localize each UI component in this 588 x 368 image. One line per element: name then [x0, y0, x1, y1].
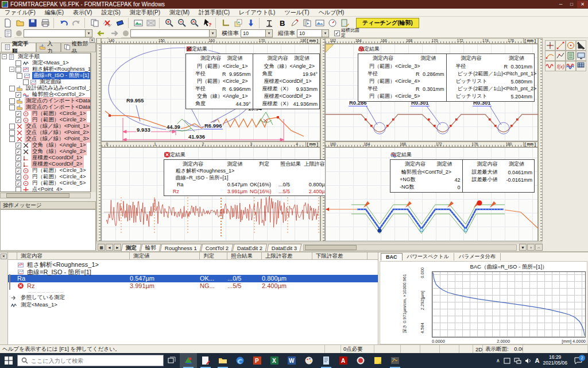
layout-icon[interactable]	[232, 17, 245, 28]
curve-tool[interactable]	[545, 51, 555, 61]
menu-item-6[interactable]: 計算手順(C)	[194, 9, 234, 16]
table-header-5[interactable]: 下限許容差	[312, 252, 368, 259]
horizontal-scrollbar[interactable]	[303, 244, 517, 251]
taskbar-app-formtracepak[interactable]	[180, 353, 197, 368]
minimize-button[interactable]: ─	[555, 1, 566, 8]
forward-arrow-icon[interactable]	[109, 28, 121, 39]
tree-checkbox[interactable]: ✓	[16, 174, 21, 180]
row-checkbox[interactable]	[8, 275, 17, 282]
table-header-3[interactable]: 照合結果	[227, 252, 262, 259]
new-file-icon[interactable]	[1, 17, 14, 28]
menu-item-0[interactable]: ファイル(F)	[0, 9, 40, 16]
taskbar-app-excel[interactable]: X	[266, 353, 283, 368]
undo-icon[interactable]	[57, 17, 70, 28]
panel-close-icon[interactable]: ✕	[90, 38, 95, 43]
tree-checkbox[interactable]	[17, 73, 22, 79]
tree-checkbox[interactable]: ✓	[16, 181, 21, 186]
table-header-4[interactable]: 上限許容差	[262, 252, 312, 259]
action-center-icon[interactable]: 2	[571, 353, 586, 368]
eraser-icon[interactable]	[114, 17, 126, 28]
doc-tab-1[interactable]: 輪郭	[141, 244, 161, 251]
tree-item-21[interactable]: 点<Point_4>	[1, 186, 90, 192]
tree-checkbox[interactable]	[9, 105, 15, 110]
doc-tab-3[interactable]: ContTol 2	[201, 244, 234, 251]
zoom-in-icon[interactable]	[163, 17, 176, 28]
taskbar-search[interactable]	[17, 355, 164, 366]
ime-indicator[interactable]: A	[535, 357, 540, 364]
arrange-down-icon[interactable]	[245, 17, 257, 28]
taskbar-app-folder[interactable]	[214, 353, 231, 368]
menu-item-1[interactable]: 編集(E)	[40, 9, 68, 16]
bac-tab-1[interactable]: パワースペクトル	[403, 253, 454, 260]
panel-tab-2[interactable]: 複数部品	[61, 43, 96, 52]
aspect-lock-checkbox[interactable]: ✓ 縦横比固定	[334, 28, 361, 38]
wave-tool[interactable]	[545, 61, 555, 71]
save-icon[interactable]	[26, 17, 39, 28]
menu-item-8[interactable]: ツール(T)	[280, 9, 314, 16]
circle-tool[interactable]	[566, 40, 576, 51]
zoom-angle-icon[interactable]	[188, 17, 201, 28]
bold-icon[interactable]: B	[276, 17, 288, 28]
tree-expand-icon[interactable]: −	[2, 54, 7, 59]
tab-scroll-left[interactable]: ◄	[106, 244, 113, 251]
procedure-combobox[interactable]: ▼	[24, 29, 92, 37]
tray-volume-icon[interactable]	[525, 358, 532, 364]
table-header-1[interactable]: 測定値	[130, 252, 200, 259]
tray-tablet-icon[interactable]	[504, 358, 510, 364]
axis-tool[interactable]	[576, 40, 586, 51]
tree-horizontal-scrollbar[interactable]	[0, 193, 91, 198]
tree-checkbox[interactable]	[9, 130, 15, 136]
tree-checkbox[interactable]	[16, 67, 21, 72]
menu-item-3[interactable]: 設定(S)	[96, 9, 125, 16]
back-arrow-icon[interactable]	[94, 28, 107, 39]
doc-tab-4[interactable]: DataEdit 2	[233, 244, 268, 251]
tree-checkbox[interactable]	[16, 60, 21, 66]
zoom-minus-icon[interactable]: ▼	[519, 244, 527, 251]
taskbar-app-cad[interactable]	[386, 353, 404, 368]
image-icon[interactable]	[132, 17, 145, 28]
copy-icon[interactable]	[88, 17, 101, 28]
tree-checkbox[interactable]: ✓	[16, 155, 21, 161]
doc-tab-0[interactable]: 測定	[121, 244, 142, 251]
profile-tool[interactable]	[566, 61, 576, 71]
tree-checkbox[interactable]: ✓	[16, 111, 21, 117]
bac-chart-area[interactable]: BAC（曲線=R_ISO - 箇所=[1]） 深さ 0.971µm/cm, ×1…	[380, 261, 587, 344]
polyline-tool[interactable]	[555, 51, 566, 61]
menu-item-2[interactable]: 表示(V)	[68, 9, 96, 16]
tree-checkbox[interactable]	[9, 124, 15, 129]
tree-checkbox[interactable]: ✓	[16, 117, 21, 123]
sheet-list-icon[interactable]: ▦	[98, 244, 105, 251]
grid-tool[interactable]	[576, 61, 586, 71]
reference-item-row[interactable]: 測定<Meas_1>	[8, 301, 378, 309]
menu-item-9[interactable]: ヘルプ(H)	[314, 9, 349, 16]
point-tool[interactable]	[545, 40, 555, 51]
table-header-2[interactable]: 判定	[200, 252, 227, 259]
corner-icon[interactable]	[219, 17, 232, 28]
image-insert-icon[interactable]	[314, 17, 326, 28]
meter-icon[interactable]	[326, 17, 339, 28]
taskbar-app-paint[interactable]	[300, 353, 318, 368]
tree-checkbox[interactable]: ✓	[16, 149, 21, 155]
table-row[interactable]: Ra0.547µmOK......0/50.800µm	[8, 275, 378, 282]
taskbar-app-word[interactable]: W	[283, 353, 300, 368]
tab-scroll-right[interactable]: ►	[114, 244, 121, 251]
bac-tab-2[interactable]: パラメータ分布	[454, 253, 501, 260]
function-tool[interactable]: f(x)	[555, 61, 566, 71]
redo-icon[interactable]	[70, 17, 83, 28]
v-mag-combobox[interactable]: 10▼	[297, 29, 329, 37]
tree-checkbox[interactable]	[9, 136, 15, 142]
open-folder-icon[interactable]	[14, 17, 26, 28]
calc-pen-icon[interactable]	[339, 17, 351, 28]
panel-close-icon[interactable]: ✕	[1, 254, 7, 259]
title-bar[interactable]: FORMTRACEPAK V6.FPK - FORMTRACEPAK for W…	[0, 0, 588, 9]
panel-tab-0[interactable]: 測定手順	[1, 43, 36, 52]
help-pointer-icon[interactable]: ?	[201, 17, 214, 28]
taskbar-app-editor[interactable]	[197, 353, 214, 368]
tray-network-icon[interactable]	[514, 358, 521, 364]
taskbar-app-edge[interactable]	[231, 353, 249, 368]
roughness-view[interactable]: 測定結果測定内容測定値判定照合結果上限許容差粗さ解析<Roughness_1>曲…	[101, 147, 320, 241]
tree-checkbox[interactable]	[9, 98, 15, 104]
contour-view-2[interactable]: R0.286 R0.301 R0.301 測定結果測定内容測定値円（範囲）<Ci…	[325, 44, 538, 141]
maximize-button[interactable]: □	[566, 1, 577, 8]
menu-item-4[interactable]: 測定手順(P)	[125, 9, 165, 16]
